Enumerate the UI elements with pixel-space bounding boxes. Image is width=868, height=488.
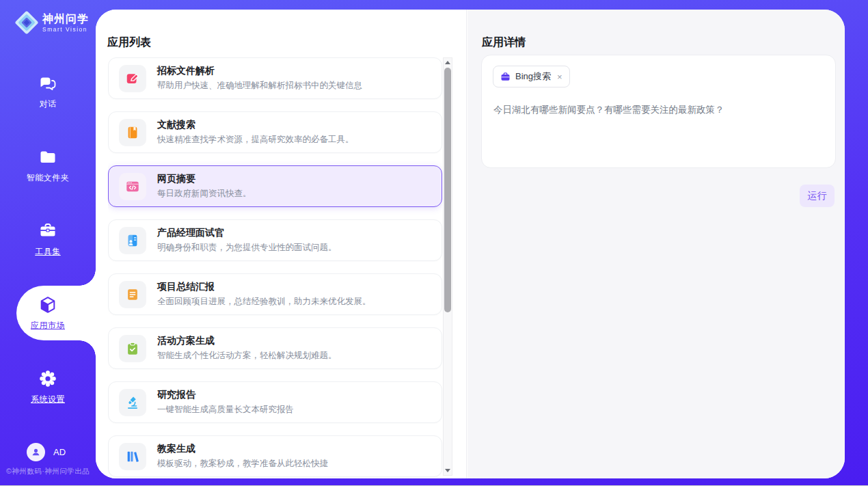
app-card-title: 网页摘要: [157, 174, 252, 184]
app-list-title: 应用列表: [107, 36, 151, 50]
avatar[interactable]: [27, 443, 45, 461]
app-card-title: 教案生成: [157, 444, 328, 454]
app-card[interactable]: 产品经理面试官 明确身份和职责，为您提供专业性的面试问题。: [108, 219, 442, 261]
app-frame: 神州问学 Smart Vision 对话 智能文件夹: [0, 0, 868, 485]
user-profile[interactable]: AD: [27, 443, 66, 461]
scroll-up-arrow-icon[interactable]: [444, 58, 452, 67]
toolbox-icon: [38, 221, 57, 241]
app-card[interactable]: 研究报告 一键智能生成高质量长文本研究报告: [108, 381, 442, 423]
sidebar-item[interactable]: 应用市场: [0, 276, 96, 350]
books-icon: [119, 443, 146, 470]
tool-tag-label: Bing搜索: [515, 70, 551, 83]
run-button[interactable]: 运行: [800, 185, 835, 207]
app-card-desc: 帮助用户快速、准确地理解和解析招标书中的关键信息: [157, 80, 362, 92]
gear-icon: [38, 369, 57, 388]
folder-icon: [38, 148, 57, 167]
list-scrollbar[interactable]: [443, 57, 452, 476]
app-card[interactable]: 招标文件解析 帮助用户快速、准确地理解和解析招标书中的关键信息: [108, 57, 442, 99]
brand-logo: 神州问学 Smart Vision: [14, 10, 89, 36]
sidebar-item[interactable]: 智能文件夹: [0, 128, 96, 202]
app-card[interactable]: 活动方案生成 智能生成个性化活动方案，轻松解决规划难题。: [108, 327, 442, 369]
clipboard-check-icon: [119, 335, 146, 362]
sidebar-item-label: 应用市场: [31, 320, 65, 331]
interview-icon: [119, 227, 146, 254]
app-card-desc: 快速精准查找学术资源，提高研究效率的必备工具。: [157, 134, 354, 146]
scrollbar-thumb[interactable]: [444, 68, 451, 312]
app-card[interactable]: 文献搜索 快速精准查找学术资源，提高研究效率的必备工具。: [108, 111, 442, 153]
tab-curve-top: [79, 269, 96, 286]
app-card-desc: 明确身份和职责，为您提供专业性的面试问题。: [157, 242, 337, 254]
tool-tag-bing-search[interactable]: Bing搜索 ×: [493, 66, 570, 87]
app-card-desc: 一键智能生成高质量长文本研究报告: [157, 404, 294, 416]
app-detail-panel: 应用详情 Bing搜索 × 今日湖北有哪些新闻要点？有哪些需要关注的最新政策？: [467, 10, 845, 478]
main-panel: 应用列表 招标文件解析 帮助用户快速、准确地理解和解析招标书中的关键信息 文献搜…: [96, 10, 845, 478]
app-card[interactable]: 网页摘要 每日政府新闻资讯快查。: [108, 165, 442, 207]
user-name: AD: [53, 447, 66, 457]
app-card-desc: 全面回顾项目进展，总结经验教训，助力未来优化发展。: [157, 296, 371, 308]
sidebar-item-label: 系统设置: [31, 394, 65, 405]
browser-code-icon: [119, 173, 146, 200]
sidebar-item[interactable]: 对话: [0, 55, 96, 128]
note-icon: [119, 281, 146, 308]
briefcase-icon: [500, 72, 511, 82]
app-list-panel: 应用列表 招标文件解析 帮助用户快速、准确地理解和解析招标书中的关键信息 文献搜…: [96, 10, 467, 478]
sidebar-item[interactable]: 系统设置: [0, 350, 96, 424]
sidebar-nav: 对话 智能文件夹 工具集 应用市场: [0, 55, 96, 424]
app-card[interactable]: 项目总结汇报 全面回顾项目进展，总结经验教训，助力未来优化发展。: [108, 273, 442, 315]
prompt-composer[interactable]: Bing搜索 × 今日湖北有哪些新闻要点？有哪些需要关注的最新政策？: [481, 55, 836, 168]
scroll-down-arrow-icon[interactable]: [444, 466, 452, 475]
user-icon: [30, 446, 42, 458]
diamond-logo-icon: [14, 10, 40, 36]
app-card-desc: 模板驱动，教案秒成，教学准备从此轻松快捷: [157, 458, 328, 470]
brand-name: 神州问学: [42, 13, 89, 25]
sidebar: 神州问学 Smart Vision 对话 智能文件夹: [0, 0, 96, 485]
brand-subtitle: Smart Vision: [42, 26, 89, 33]
app-card-list: 招标文件解析 帮助用户快速、准确地理解和解析招标书中的关键信息 文献搜索 快速精…: [108, 57, 442, 478]
pen-square-icon: [119, 65, 146, 92]
sidebar-item[interactable]: 工具集: [0, 202, 96, 276]
app-card[interactable]: 教案生成 模板驱动，教案秒成，教学准备从此轻松快捷: [108, 435, 442, 477]
sidebar-item-label: 对话: [40, 98, 57, 110]
window-bottom-edge: [0, 485, 868, 486]
cube-icon: [38, 295, 57, 314]
app-card-title: 项目总结汇报: [157, 282, 371, 292]
book-icon: [119, 119, 146, 146]
app-card-title: 产品经理面试官: [157, 228, 337, 238]
close-icon[interactable]: ×: [557, 72, 562, 81]
app-card-title: 招标文件解析: [157, 66, 362, 76]
query-text[interactable]: 今日湖北有哪些新闻要点？有哪些需要关注的最新政策？: [493, 103, 824, 117]
app-detail-title: 应用详情: [482, 36, 526, 50]
microscope-icon: [119, 389, 146, 416]
copyright-footer: ©神州数码·神州问学出品: [6, 467, 90, 476]
app-card-title: 研究报告: [157, 390, 294, 400]
sidebar-item-label: 工具集: [35, 246, 61, 258]
app-card-title: 文献搜索: [157, 120, 354, 130]
app-card-desc: 每日政府新闻资讯快查。: [157, 188, 252, 200]
tab-curve-bottom: [79, 340, 96, 357]
chat-icon: [38, 74, 57, 93]
app-card-title: 活动方案生成: [157, 336, 337, 346]
sidebar-item-label: 智能文件夹: [27, 172, 70, 184]
app-card-desc: 智能生成个性化活动方案，轻松解决规划难题。: [157, 350, 337, 362]
